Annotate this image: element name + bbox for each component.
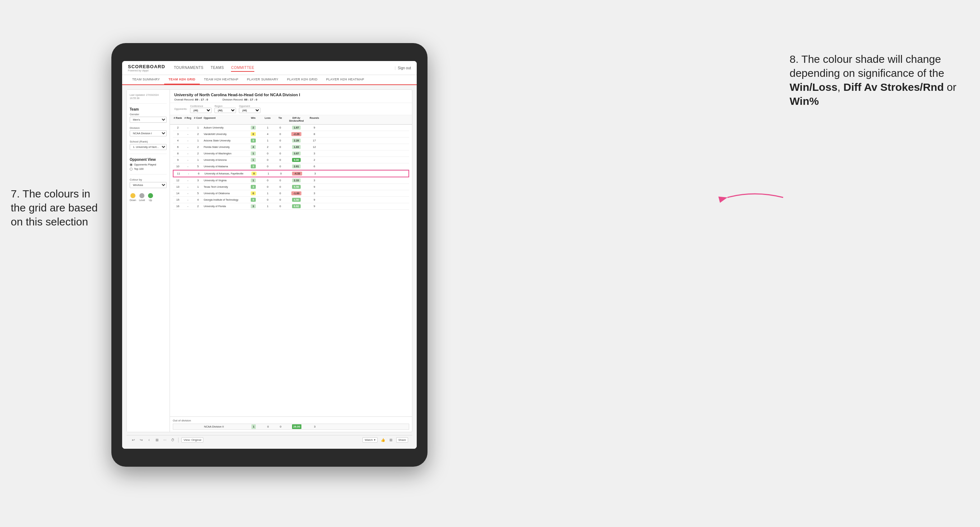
cell-opponent: Texas Tech University — [203, 184, 246, 189]
cell-tie: 0 — [275, 171, 286, 176]
table-row: 12 - 3 University of Virginia 1 0 0 2.33… — [173, 177, 409, 184]
table-row: 9 - 1 University of Arizona 1 0 0 9.00 2 — [173, 157, 409, 163]
table-row: 15 - 4 Georgia Institute of Technology 5… — [173, 197, 409, 203]
cell-win: 3 — [246, 163, 261, 170]
data-area: University of North Carolina Head-to-Hea… — [170, 90, 412, 432]
nav-teams[interactable]: TEAMS — [210, 64, 224, 72]
copy-icon[interactable]: ⊞ — [154, 438, 159, 443]
toolbar-sep1 — [178, 438, 178, 443]
cell-rank: 9 — [173, 157, 183, 163]
cell-loss: 4 — [261, 132, 275, 137]
cell-loss: 0 — [261, 157, 275, 163]
col-reg: # Reg — [183, 115, 193, 124]
subnav-team-summary[interactable]: TEAM SUMMARY — [128, 75, 164, 84]
cell-reg: - — [183, 184, 193, 190]
watch-btn[interactable]: Watch▾ — [363, 437, 377, 443]
gender-select[interactable]: Men's — [130, 117, 167, 123]
cell-rank: 6 — [173, 144, 183, 150]
nav-tournaments[interactable]: TOURNAMENTS — [174, 64, 204, 72]
table-row: 2 - 1 Auburn University 2 1 0 1.67 9 — [173, 125, 409, 131]
cell-rounds: 12 — [307, 144, 321, 150]
school-rank-select[interactable]: 1. University of Nort... — [130, 144, 167, 150]
cell-diff: 2.33 — [286, 177, 307, 183]
cell-conf: 2 — [193, 144, 203, 150]
cell-win: 1 — [246, 151, 261, 157]
dots-icon[interactable]: ··· — [162, 438, 167, 443]
subnav-player-summary[interactable]: PLAYER SUMMARY — [243, 75, 283, 84]
cell-rank: 13 — [173, 184, 183, 190]
cell-rounds: 2 — [307, 157, 321, 163]
cell-reg: - — [184, 171, 194, 176]
undo-icon[interactable]: ↩ — [131, 438, 136, 443]
division-select[interactable]: NCAA Division I — [130, 130, 167, 137]
colour-by-select[interactable]: Win/loss — [130, 182, 167, 188]
annotation-left: 7. The colours in the grid are based on … — [11, 187, 104, 229]
cell-conf: 5 — [193, 164, 203, 169]
cell-rounds: 6 — [307, 164, 321, 169]
redo-icon[interactable]: ↪ — [138, 438, 144, 443]
cell-opponent: University of Oklahoma — [203, 191, 246, 196]
logo-text: SCOREBOARD — [128, 64, 165, 69]
cell-conf: 4 — [193, 197, 203, 202]
clock-icon[interactable]: ⏱ — [170, 438, 175, 443]
cell-opponent: Florida State University — [203, 144, 246, 149]
nav-committee[interactable]: COMMITTEE — [231, 64, 255, 72]
cell-reg: - — [183, 132, 193, 137]
cell-reg: - — [183, 164, 193, 169]
cell-conf: 5 — [193, 190, 203, 196]
grid-icon[interactable]: ⊞ — [388, 438, 393, 443]
table-row: 11 - 6 University of Arkansas, Fayettevi… — [173, 170, 409, 177]
radio-top100[interactable]: Top 100 — [130, 167, 167, 170]
cell-reg: - — [183, 138, 193, 143]
cell-rounds: 9 — [307, 125, 321, 130]
thumbs-icon[interactable]: 👍 — [380, 438, 385, 443]
opponent-select[interactable]: (All) — [239, 108, 261, 113]
cell-diff: -1.00 — [286, 190, 307, 196]
nav-back-icon[interactable]: ‹ — [146, 438, 151, 443]
data-main-title: University of North Carolina Head-to-Hea… — [174, 93, 408, 97]
gender-label: Gender — [130, 113, 167, 116]
cell-diff: 2.61 — [286, 163, 307, 170]
subnav-player-h2h-heatmap[interactable]: PLAYER H2H HEATMAP — [322, 75, 369, 84]
cell-diff: 1.67 — [286, 125, 307, 131]
subnav-team-h2h-heatmap[interactable]: TEAM H2H HEATMAP — [200, 75, 243, 84]
cell-tie: 0 — [275, 157, 286, 163]
cell-opponent: Arizona State University — [203, 138, 246, 143]
cell-loss: 1 — [261, 190, 275, 196]
cell-tie: 0 — [275, 164, 286, 169]
logo-area: SCOREBOARD Powered by clippd — [128, 64, 165, 72]
cell-opponent: Georgia Institute of Technology — [203, 197, 246, 202]
radio-opponents-played[interactable]: Opponents Played — [130, 163, 167, 166]
cell-conf: 1 — [193, 157, 203, 163]
cell-conf: 2 — [193, 132, 203, 137]
legend-level: Level — [139, 193, 145, 202]
annotation-right: 8. The colour shade will change dependin… — [790, 52, 969, 108]
overall-record: Overall Record: 89 - 17 - 0 — [174, 98, 208, 101]
ood-diff: 26.00 — [286, 424, 307, 429]
cell-reg: - — [183, 125, 193, 130]
cell-diff: -2.29 — [286, 131, 307, 137]
region-select[interactable]: (All) — [215, 108, 236, 113]
cell-reg: - — [183, 144, 193, 150]
col-rounds: Rounds — [307, 115, 321, 124]
ood-rank — [173, 426, 183, 428]
cell-loss: 1 — [261, 171, 275, 176]
last-updated: Last Updated: 27/03/2024 16:55:38 — [130, 93, 167, 100]
cell-diff: 2.28 — [286, 138, 307, 144]
cell-opponent: University of Washington — [203, 151, 246, 156]
cell-win: 3 — [246, 203, 261, 209]
opponent-filter: Opponent (All) — [239, 105, 261, 113]
legend-down: Down — [130, 193, 136, 202]
table-row: 10 - 5 University of Alabama 3 0 0 2.61 … — [173, 163, 409, 170]
cell-win: 0 — [247, 170, 261, 177]
share-btn[interactable]: Share — [396, 437, 408, 443]
radio-dot-1 — [130, 163, 132, 166]
subnav-team-h2h-grid[interactable]: TEAM H2H GRID — [164, 75, 200, 84]
sign-out-btn[interactable]: Sign out — [398, 66, 411, 70]
conference-select[interactable]: (All) — [190, 108, 212, 113]
view-original-btn[interactable]: View: Original — [181, 437, 203, 443]
legend-dot-up — [148, 193, 153, 198]
subnav-player-h2h-grid[interactable]: PLAYER H2H GRID — [283, 75, 322, 84]
cell-loss: 2 — [261, 144, 275, 150]
cell-rounds: 3 — [307, 190, 321, 196]
